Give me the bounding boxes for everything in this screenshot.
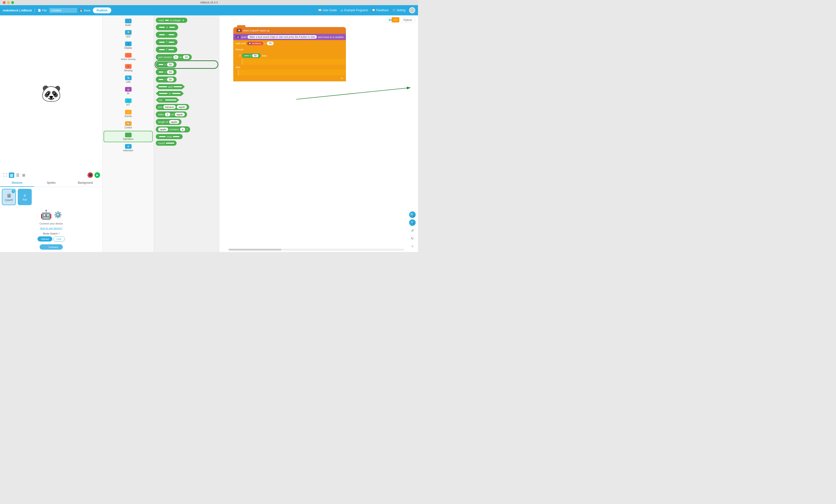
upload-mode-btn[interactable]: Upload <box>38 236 52 241</box>
category-control[interactable]: 🔄 Control <box>104 120 152 130</box>
if-cond-value[interactable]: 50 <box>252 54 259 57</box>
feedback-link[interactable]: 💬 Feedback <box>372 8 388 12</box>
loudness-value[interactable]: 75 <box>267 41 273 45</box>
device-close-btn[interactable]: ✕ <box>12 190 15 193</box>
round-block[interactable]: round <box>156 140 217 146</box>
div-input2[interactable] <box>168 49 174 50</box>
sub-input2[interactable] <box>169 34 174 35</box>
not-input[interactable] <box>165 99 176 100</box>
stop-button[interactable]: ⬛ <box>88 172 93 178</box>
category-led[interactable]: 💡 LED <box>104 29 152 39</box>
project-title-input[interactable] <box>49 8 77 13</box>
read-pill[interactable]: read in integer ▼ <box>156 18 187 23</box>
connect-device-btn[interactable]: 🔗 Connect <box>40 244 63 250</box>
live-mode-btn[interactable]: Live <box>53 236 65 241</box>
join-input2[interactable]: apple <box>177 105 187 109</box>
category-display[interactable]: 🖥 Display <box>104 40 152 51</box>
category-operators[interactable]: Operators <box>104 131 152 142</box>
contains-v2[interactable]: a <box>180 128 185 131</box>
length-block[interactable]: length of apple <box>156 119 217 125</box>
and-input1[interactable] <box>159 86 167 87</box>
tab-python[interactable]: Python <box>401 18 415 23</box>
not-block[interactable]: not <box>156 97 217 102</box>
gt-block[interactable]: > 50 <box>156 61 217 67</box>
mul-input2[interactable] <box>169 42 174 43</box>
gt-value[interactable]: 50 <box>167 63 174 66</box>
code-view-toggle[interactable]: </> <box>392 17 399 22</box>
letter-str[interactable]: apple <box>175 113 185 116</box>
lt-input[interactable] <box>159 72 163 73</box>
file-menu[interactable]: 📄 File <box>38 8 47 12</box>
mul-input1[interactable] <box>159 42 165 43</box>
code-scrollbar[interactable] <box>229 249 404 251</box>
category-iot[interactable]: 🌐 IoT <box>104 97 152 108</box>
join-block[interactable]: join banana apple <box>156 104 217 110</box>
pick-random-block[interactable]: pick random 1 to 10 <box>156 54 217 60</box>
round-input[interactable] <box>166 143 174 143</box>
category-lan[interactable]: 📡 LAN <box>104 74 152 84</box>
lt-block[interactable]: < 50 <box>156 69 217 75</box>
add-device-btn[interactable]: + Add <box>18 189 32 205</box>
eq-block[interactable]: = 50 <box>156 76 217 82</box>
add-operator-block[interactable]: + <box>156 24 217 30</box>
publish-button[interactable]: Publish <box>93 7 111 13</box>
grid-view-btn[interactable]: ▦ <box>9 173 14 178</box>
length-str[interactable]: apple <box>169 120 179 124</box>
lt-value[interactable]: 50 <box>167 70 174 74</box>
tab-devices[interactable]: Devices <box>0 179 34 187</box>
mod-block[interactable]: mod <box>156 134 217 139</box>
zoom-out-button[interactable]: 🔍 <box>409 219 416 226</box>
run-button[interactable]: ▶ <box>94 172 100 178</box>
maximize-button[interactable] <box>11 1 14 4</box>
category-motion-sensing[interactable]: 〰 Motion Sensing <box>104 52 152 62</box>
contains-v1[interactable]: apple <box>158 128 168 131</box>
div-input1[interactable] <box>159 49 165 50</box>
contains-block[interactable]: apple contains a ? <box>156 127 217 132</box>
random-from[interactable]: 1 <box>173 55 178 59</box>
div-operator-block[interactable]: / <box>156 46 217 53</box>
or-block[interactable]: or <box>156 91 217 96</box>
add-input1[interactable] <box>159 27 165 28</box>
gt-input[interactable] <box>159 64 163 65</box>
user-avatar[interactable] <box>409 7 415 13</box>
read-block[interactable]: read in integer ▼ <box>156 18 217 23</box>
mod-input1[interactable] <box>159 136 166 137</box>
random-to[interactable]: 10 <box>183 55 189 59</box>
scrollbar-thumb[interactable] <box>229 249 281 251</box>
list-view-btn[interactable]: ☰ <box>15 173 20 178</box>
undo-button[interactable]: ↺ <box>409 227 416 234</box>
letter-index[interactable]: 1 <box>165 113 170 116</box>
mod-input2[interactable] <box>173 136 179 137</box>
fullscreen-btn[interactable]: ⛶ <box>2 173 8 178</box>
example-programs-link[interactable]: 🗂 Example Programs <box>341 8 368 12</box>
fit-button[interactable]: = <box>409 243 416 250</box>
sub-operator-block[interactable]: - <box>156 32 217 38</box>
how-to-link[interactable]: How to use device? <box>40 227 62 230</box>
letter-block[interactable]: letter 1 of apple <box>156 112 217 117</box>
mul-operator-block[interactable]: * <box>156 39 217 45</box>
user-guide-link[interactable]: 📖 User Guide <box>318 8 337 12</box>
zoom-in-button[interactable]: 🔍 <box>409 211 416 218</box>
or-input2[interactable] <box>172 93 180 94</box>
cyberpi-device[interactable]: ✕ 🖥 CyberPi <box>2 189 16 205</box>
print-text-input[interactable]: Make a loud sound (clap) to start and pr… <box>247 35 317 39</box>
or-input1[interactable] <box>159 93 168 94</box>
join-input1[interactable]: banana <box>163 105 176 109</box>
settings-link[interactable]: ⚙️ Setting <box>392 8 405 12</box>
minimize-button[interactable] <box>7 1 10 4</box>
redo-button[interactable]: ↻ <box>409 235 416 242</box>
eq-input[interactable] <box>159 79 163 80</box>
and-block[interactable]: and <box>156 84 217 89</box>
and-input2[interactable] <box>174 86 182 87</box>
category-extension[interactable]: + extension <box>104 143 152 153</box>
if-cond-input[interactable] <box>244 56 249 56</box>
category-sensing[interactable]: 👁 Sensing <box>104 63 152 73</box>
eq-value[interactable]: 50 <box>167 78 174 81</box>
sub-input1[interactable] <box>159 34 165 35</box>
tab-sprites[interactable]: Sprites <box>34 179 68 187</box>
category-audio[interactable]: 🔊 Audio <box>104 17 152 28</box>
category-events[interactable]: ⚡ Events <box>104 109 152 119</box>
save-button[interactable]: 💾 Save <box>79 8 91 12</box>
tile-view-btn[interactable]: ⊞ <box>21 173 26 178</box>
category-ai[interactable]: 🤖 AI <box>104 85 152 96</box>
